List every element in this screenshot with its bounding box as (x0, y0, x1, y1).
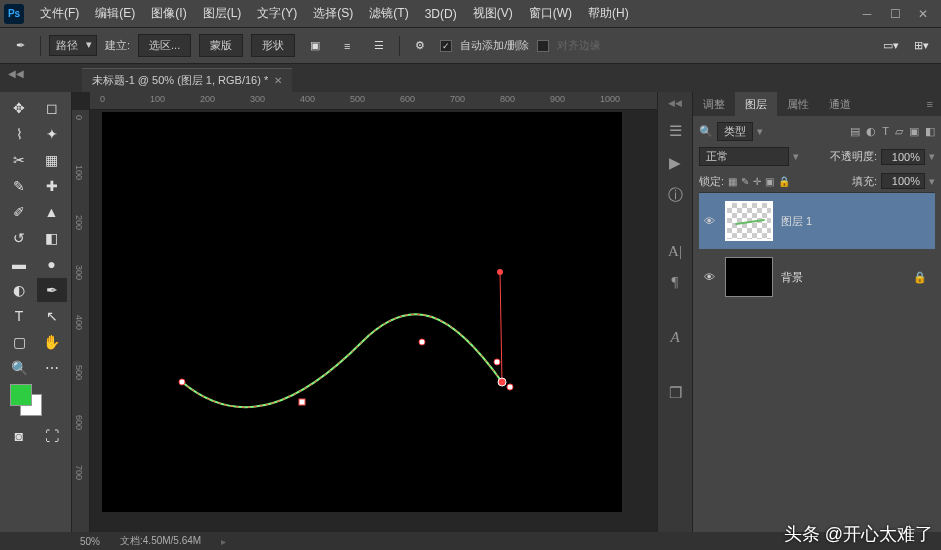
blend-mode-select[interactable]: 正常 (699, 147, 789, 166)
fill-input[interactable]: 100% (881, 173, 925, 189)
pen-tool-icon[interactable]: ✒ (8, 34, 32, 58)
collapse-toolbox-icon[interactable]: ◀◀ (8, 68, 24, 79)
dodge-tool[interactable]: ◐ (4, 278, 34, 302)
lasso-tool[interactable]: ⌇ (4, 122, 34, 146)
path-select-tool[interactable]: ↖ (37, 304, 67, 328)
tab-channels[interactable]: 通道 (819, 92, 861, 116)
zoom-tool[interactable]: 🔍 (4, 356, 34, 380)
character-panel-icon[interactable]: A| (668, 243, 682, 260)
close-tab-icon[interactable]: ✕ (274, 75, 282, 86)
quickmask-tool[interactable]: ◙ (4, 424, 34, 448)
path-op-icon[interactable]: ▣ (303, 34, 327, 58)
menu-3d[interactable]: 3D(D) (417, 7, 465, 21)
layer-visibility-icon[interactable]: 👁 (701, 215, 717, 227)
lock-artboard-icon[interactable]: ▣ (765, 176, 774, 187)
layer-row[interactable]: 👁 图层 1 (699, 193, 935, 249)
layer-name[interactable]: 图层 1 (781, 214, 812, 229)
menu-layer[interactable]: 图层(L) (195, 5, 250, 22)
path-align-icon[interactable]: ≡ (335, 34, 359, 58)
search-icon[interactable]: ⊞▾ (909, 34, 933, 58)
gradient-tool[interactable]: ▬ (4, 252, 34, 276)
shape-tool[interactable]: ▢ (4, 330, 34, 354)
layer-filter-select[interactable]: 类型 (717, 122, 753, 141)
quick-select-tool[interactable]: ✦ (37, 122, 67, 146)
panel-menu-icon[interactable]: ≡ (919, 98, 941, 110)
info-panel-icon[interactable]: ⓘ (668, 186, 683, 205)
screenmode-tool[interactable]: ⛶ (37, 424, 67, 448)
build-label: 建立: (105, 38, 130, 53)
opacity-input[interactable]: 100% (881, 149, 925, 165)
window-minimize-button[interactable]: ─ (853, 4, 881, 24)
heal-tool[interactable]: ✚ (37, 174, 67, 198)
layers-panel: 🔍 类型 ▾ ▤ ◐ T ▱ ▣ ◧ 正常 ▾ 不透明度: 100% ▾ (693, 116, 941, 532)
glyphs-panel-icon[interactable]: A (670, 329, 679, 346)
blur-tool[interactable]: ● (37, 252, 67, 276)
menu-filter[interactable]: 滤镜(T) (361, 5, 416, 22)
actions-panel-icon[interactable]: ▶ (669, 154, 681, 172)
frame-tool[interactable]: ▦ (37, 148, 67, 172)
pen-tool[interactable]: ✒ (37, 278, 67, 302)
3d-panel-icon[interactable]: ❒ (669, 384, 682, 402)
doc-size[interactable]: 文档:4.50M/5.64M (120, 534, 201, 548)
zoom-level[interactable]: 50% (80, 536, 100, 547)
menu-type[interactable]: 文字(Y) (249, 5, 305, 22)
layer-thumbnail[interactable] (725, 257, 773, 297)
menu-image[interactable]: 图像(I) (143, 5, 194, 22)
layer-thumbnail[interactable] (725, 201, 773, 241)
lock-all-icon[interactable]: 🔒 (778, 176, 790, 187)
make-selection-button[interactable]: 选区... (138, 34, 191, 57)
menu-file[interactable]: 文件(F) (32, 5, 87, 22)
filter-shape-icon[interactable]: ▱ (895, 125, 903, 138)
filter-smart-icon[interactable]: ▣ (909, 125, 919, 138)
path-arrange-icon[interactable]: ☰ (367, 34, 391, 58)
foreground-color[interactable] (10, 384, 32, 406)
make-shape-button[interactable]: 形状 (251, 34, 295, 57)
color-swatches[interactable] (4, 382, 67, 422)
tab-adjustments[interactable]: 调整 (693, 92, 735, 116)
window-close-button[interactable]: ✕ (909, 4, 937, 24)
edit-toolbar[interactable]: ⋯ (37, 356, 67, 380)
path-mode-select[interactable]: 路径 (49, 35, 97, 56)
canvas[interactable] (102, 112, 622, 512)
dock-collapse-icon[interactable]: ◀◀ (668, 98, 682, 108)
menu-edit[interactable]: 编辑(E) (87, 5, 143, 22)
move-tool[interactable]: ✥ (4, 96, 34, 120)
lock-label: 锁定: (699, 174, 724, 189)
make-mask-button[interactable]: 蒙版 (199, 34, 243, 57)
stamp-tool[interactable]: ▲ (37, 200, 67, 224)
ruler-horizontal[interactable]: 0 100 200 300 400 500 600 700 800 900 10… (90, 92, 657, 110)
window-maximize-button[interactable]: ☐ (881, 4, 909, 24)
lock-position-icon[interactable]: ✛ (753, 176, 761, 187)
brush-tool[interactable]: ✐ (4, 200, 34, 224)
filter-toggle-icon[interactable]: ◧ (925, 125, 935, 138)
paragraph-panel-icon[interactable]: ¶ (672, 274, 679, 291)
filter-pixel-icon[interactable]: ▤ (850, 125, 860, 138)
history-panel-icon[interactable]: ☰ (669, 122, 682, 140)
tab-layers[interactable]: 图层 (735, 92, 777, 116)
type-tool[interactable]: T (4, 304, 34, 328)
eraser-tool[interactable]: ◧ (37, 226, 67, 250)
layer-visibility-icon[interactable]: 👁 (701, 271, 717, 283)
filter-type-icon[interactable]: T (882, 125, 889, 138)
filter-adjust-icon[interactable]: ◐ (866, 125, 876, 138)
hand-tool[interactable]: ✋ (37, 330, 67, 354)
menu-window[interactable]: 窗口(W) (521, 5, 580, 22)
crop-tool[interactable]: ✂ (4, 148, 34, 172)
lock-pixels-icon[interactable]: ✎ (741, 176, 749, 187)
lock-transparency-icon[interactable]: ▦ (728, 176, 737, 187)
layer-row[interactable]: 👁 背景 🔒 (699, 249, 935, 305)
document-tab[interactable]: 未标题-1 @ 50% (图层 1, RGB/16) * ✕ (82, 68, 292, 92)
marquee-tool[interactable]: ◻ (37, 96, 67, 120)
menu-select[interactable]: 选择(S) (305, 5, 361, 22)
layer-name[interactable]: 背景 (781, 270, 803, 285)
align-edges-checkbox[interactable] (537, 40, 549, 52)
history-brush-tool[interactable]: ↺ (4, 226, 34, 250)
workspace-icon[interactable]: ▭▾ (879, 34, 903, 58)
menu-view[interactable]: 视图(V) (465, 5, 521, 22)
gear-icon[interactable]: ⚙ (408, 34, 432, 58)
ruler-vertical[interactable]: 0 100 200 300 400 500 600 700 (72, 110, 90, 532)
eyedropper-tool[interactable]: ✎ (4, 174, 34, 198)
menu-help[interactable]: 帮助(H) (580, 5, 637, 22)
auto-add-delete-checkbox[interactable] (440, 40, 452, 52)
tab-properties[interactable]: 属性 (777, 92, 819, 116)
